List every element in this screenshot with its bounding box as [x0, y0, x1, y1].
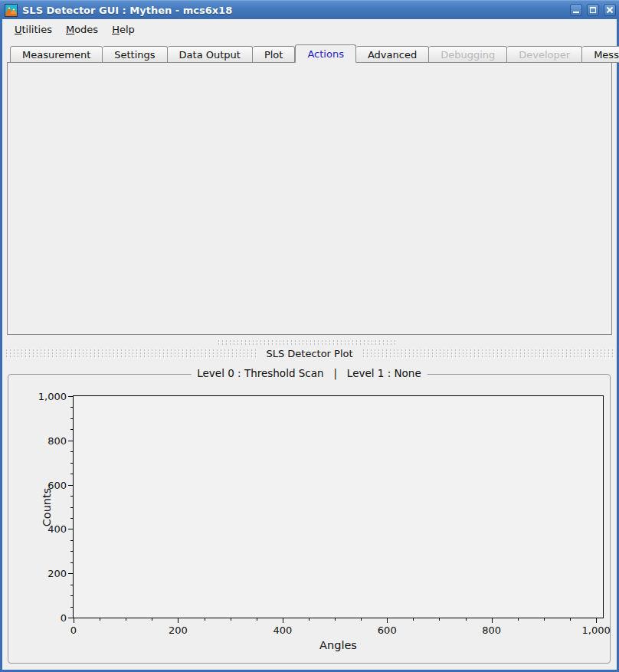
y-axis-tick — [70, 507, 74, 508]
menu-modes[interactable]: Modes — [59, 22, 105, 37]
maximize-button[interactable] — [587, 4, 599, 16]
x-axis-tick — [596, 618, 597, 623]
menubar: Utilities Modes Help — [2, 19, 617, 39]
menu-utilities[interactable]: Utilities — [8, 22, 59, 37]
y-axis-tick — [70, 418, 74, 419]
x-axis-title: Angles — [74, 639, 603, 651]
y-axis-tick — [70, 518, 74, 519]
y-axis-tick — [70, 540, 74, 541]
y-axis-tick — [70, 496, 74, 497]
x-axis-tick — [283, 618, 283, 623]
titlebar[interactable]: SLS Detector GUI : Mythen - mcs6x18 — [0, 0, 619, 19]
plot-groupbox: Level 0 : Threshold Scan | Level 1 : Non… — [8, 374, 611, 664]
tab-measurement[interactable]: Measurement — [10, 46, 103, 63]
y-axis-tick — [70, 463, 74, 464]
app-icon — [5, 4, 18, 17]
y-axis-tick — [70, 585, 74, 585]
y-axis-tick-label: 800 — [47, 434, 67, 446]
y-axis-tick — [70, 474, 74, 474]
y-axis-tick-label: 1,000 — [38, 391, 67, 402]
y-axis-tick-label: 200 — [47, 568, 67, 579]
x-axis-tick-label: 200 — [169, 624, 188, 636]
y-axis-tick-label: 600 — [47, 479, 67, 490]
splitter-handle[interactable] — [217, 339, 397, 345]
y-axis-title: Counts — [41, 487, 53, 526]
x-axis-tick-label: 800 — [482, 624, 501, 636]
app-window: SLS Detector GUI : Mythen - mcs6x18 Util… — [0, 0, 619, 672]
x-axis-tick — [126, 618, 126, 621]
y-axis-tick — [70, 429, 74, 430]
x-axis-tick — [544, 618, 545, 621]
x-axis-tick — [309, 618, 310, 621]
tab-developer: Developer — [507, 46, 582, 63]
y-axis-tick — [70, 595, 74, 596]
x-axis-tick-label: 0 — [70, 624, 77, 636]
tab-advanced[interactable]: Advanced — [356, 46, 429, 63]
x-axis-tick-label: 400 — [273, 624, 292, 636]
y-axis-tick — [70, 551, 74, 552]
x-axis-tick — [361, 618, 362, 621]
y-axis-tick — [68, 529, 74, 529]
y-axis-tick — [70, 562, 74, 563]
y-axis-tick — [68, 485, 74, 486]
x-axis-tick — [518, 618, 519, 621]
minimize-button[interactable] — [570, 4, 582, 16]
x-axis-tick — [439, 618, 440, 621]
x-axis-tick — [387, 618, 388, 623]
tab-actions[interactable]: Actions — [295, 44, 356, 63]
x-axis-tick — [492, 618, 493, 623]
window-title: SLS Detector GUI : Mythen - mcs6x18 — [22, 5, 232, 16]
tab-debugging: Debugging — [429, 46, 507, 63]
y-axis-tick — [68, 441, 74, 441]
x-axis-tick — [257, 618, 257, 621]
y-axis-tick — [68, 573, 74, 574]
x-axis-tick-label: 1,000 — [582, 624, 611, 636]
tab-plot[interactable]: Plot — [253, 46, 296, 63]
tab-bar: Measurement Settings Data Output Plot Ac… — [10, 44, 619, 63]
x-axis-tick — [178, 618, 178, 623]
x-axis-tick — [100, 618, 100, 621]
x-axis-tick — [466, 618, 467, 621]
y-axis-tick — [70, 607, 74, 608]
tab-settings[interactable]: Settings — [103, 46, 167, 63]
y-axis-tick-label: 0 — [61, 612, 67, 624]
maximize-icon — [590, 7, 596, 13]
x-axis-tick — [152, 618, 152, 621]
y-axis-tick — [70, 451, 74, 452]
x-axis-tick — [74, 618, 74, 623]
plot-scan-levels-title: Level 0 : Threshold Scan | Level 1 : Non… — [191, 367, 427, 379]
x-axis-tick — [335, 618, 336, 621]
close-button[interactable] — [604, 4, 616, 16]
y-axis-tick — [70, 407, 74, 408]
minimize-icon — [573, 11, 579, 13]
tab-messages[interactable]: Messages — [582, 46, 619, 63]
y-axis-tick — [68, 396, 74, 397]
x-axis-tick — [413, 618, 414, 621]
x-axis-tick-label: 600 — [378, 624, 397, 636]
plot-dock-title: SLS Detector Plot — [0, 347, 619, 361]
y-axis-tick-label: 400 — [47, 523, 67, 535]
x-axis-tick — [205, 618, 205, 621]
actions-tab-panel — [7, 62, 612, 335]
menu-help[interactable]: Help — [105, 22, 142, 37]
tab-data-output[interactable]: Data Output — [168, 46, 253, 63]
plot-canvas[interactable]: Counts Angles 02004006008001,00002004006… — [73, 395, 604, 618]
y-axis-tick — [68, 618, 74, 618]
x-axis-tick — [570, 618, 571, 621]
x-axis-tick — [231, 618, 231, 621]
window-border-left — [0, 19, 2, 672]
